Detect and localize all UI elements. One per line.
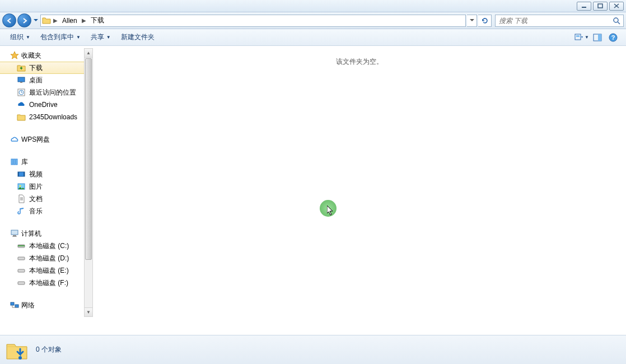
favorites-label: 收藏夹: [21, 51, 41, 60]
close-button[interactable]: [609, 2, 624, 11]
newfolder-button[interactable]: 新建文件夹: [116, 31, 159, 44]
drive-icon: [17, 241, 26, 250]
computer-header[interactable]: 计算机: [0, 227, 84, 240]
sidebar-item-pictures[interactable]: 图片: [0, 180, 84, 193]
statusbar: 0 个对象: [0, 335, 626, 364]
cursor-highlight: [320, 200, 337, 217]
document-icon: [17, 194, 26, 203]
libraries-header[interactable]: 库: [0, 156, 84, 168]
share-button[interactable]: 共享▼: [86, 31, 115, 44]
star-icon: [10, 51, 19, 60]
back-button[interactable]: [2, 13, 16, 27]
chevron-icon: ▶: [82, 17, 86, 24]
toolbar: 组织▼ 包含到库中▼ 共享▼ 新建文件夹 ▼ ?: [0, 29, 626, 46]
sidebar-item-drive-d[interactable]: 本地磁盘 (D:): [0, 252, 84, 264]
breadcrumb-seg[interactable]: 下载: [88, 15, 106, 26]
navbar: ▶ Allen ▶ 下载: [0, 12, 626, 29]
computer-icon: [10, 229, 19, 238]
sidebar-item-drive-f[interactable]: 本地磁盘 (F:): [0, 277, 84, 289]
file-list-area[interactable]: 该文件夹为空。: [93, 46, 626, 335]
svg-rect-33: [18, 269, 25, 272]
status-text: 0 个对象: [36, 345, 62, 354]
drive-icon: [17, 254, 26, 263]
sidebar-item-documents[interactable]: 文档: [0, 193, 84, 205]
chevron-icon: ▶: [53, 17, 58, 24]
breadcrumb-seg[interactable]: Allen: [60, 15, 80, 26]
folder-icon: [42, 16, 51, 25]
sidebar-item-recent[interactable]: 最近访问的位置: [0, 86, 84, 99]
libraries-label: 库: [21, 157, 28, 167]
svg-point-23: [20, 185, 21, 187]
history-dropdown[interactable]: [32, 15, 39, 27]
drive-icon: [17, 266, 26, 275]
onedrive-icon: [17, 100, 26, 109]
sidebar-item-drive-e[interactable]: 本地磁盘 (E:): [0, 264, 84, 277]
search-icon[interactable]: [610, 15, 623, 26]
address-dropdown[interactable]: [467, 15, 477, 27]
organize-button[interactable]: 组织▼: [6, 31, 35, 44]
refresh-button[interactable]: [478, 15, 492, 27]
cursor-icon: [327, 206, 335, 216]
network-label: 网络: [21, 301, 35, 310]
music-icon: [17, 207, 26, 216]
sidebar-item-label: OneDrive: [29, 101, 58, 109]
sidebar-item-downloads[interactable]: 下载: [0, 62, 84, 74]
include-library-button[interactable]: 包含到库中▼: [36, 31, 85, 44]
sidebar-item-music[interactable]: 音乐: [0, 205, 84, 217]
favorites-header[interactable]: 收藏夹: [0, 49, 84, 62]
minimize-button[interactable]: [577, 2, 591, 11]
sidebar-item-desktop[interactable]: 桌面: [0, 74, 84, 86]
sidebar-item-label: 桌面: [29, 76, 43, 85]
svg-rect-20: [18, 172, 19, 176]
svg-rect-35: [11, 302, 14, 305]
sidebar-item-label: 2345Downloads: [29, 113, 77, 121]
empty-folder-label: 该文件夹为空。: [336, 58, 383, 66]
library-icon: [10, 157, 19, 166]
network-icon: [10, 301, 19, 310]
sidebar-item-drive-c[interactable]: 本地磁盘 (C:): [0, 240, 84, 252]
svg-point-39: [18, 356, 22, 360]
svg-rect-32: [18, 257, 25, 260]
titlebar: [0, 0, 626, 12]
scrollbar-thumb[interactable]: [85, 58, 92, 260]
help-button[interactable]: ?: [606, 31, 620, 44]
svg-rect-9: [598, 34, 601, 41]
sidebar-item-label: 图片: [29, 182, 43, 192]
search-input[interactable]: [496, 17, 610, 25]
svg-rect-36: [15, 305, 18, 307]
forward-button[interactable]: [17, 13, 31, 27]
sidebar-item-label: 本地磁盘 (F:): [29, 278, 68, 288]
search-box[interactable]: [495, 15, 624, 27]
svg-rect-12: [18, 77, 25, 82]
sidebar-item-label: 本地磁盘 (D:): [29, 254, 69, 263]
recent-icon: [17, 88, 26, 97]
desktop-icon: [17, 76, 26, 85]
sidebar-item-onedrive[interactable]: OneDrive: [0, 99, 84, 111]
view-button[interactable]: ▼: [574, 31, 589, 44]
sidebar-scrollbar[interactable]: ▲ ▼: [84, 46, 93, 335]
svg-line-5: [618, 22, 620, 24]
svg-rect-17: [13, 159, 15, 165]
sidebar-item-videos[interactable]: 视频: [0, 168, 84, 180]
sidebar-item-2345[interactable]: 2345Downloads: [0, 111, 84, 123]
wps-header[interactable]: WPS网盘: [0, 133, 84, 146]
svg-rect-21: [24, 172, 25, 176]
picture-icon: [17, 182, 26, 191]
preview-pane-button[interactable]: [590, 31, 605, 44]
drive-icon: [17, 278, 26, 287]
wps-label: WPS网盘: [21, 135, 50, 144]
svg-rect-13: [20, 82, 22, 83]
folder-icon: [17, 113, 26, 122]
sidebar-item-label: 文档: [29, 194, 43, 204]
svg-rect-18: [16, 159, 17, 165]
network-header[interactable]: 网络: [0, 299, 84, 311]
sidebar-item-label: 下载: [29, 63, 43, 73]
svg-text:?: ?: [611, 34, 615, 41]
svg-rect-28: [13, 235, 16, 236]
address-bar[interactable]: ▶ Allen ▶ 下载: [40, 15, 466, 27]
sidebar: 收藏夹 下载 桌面 最近访问的位置 OneDrive 2345Downloads: [0, 46, 84, 335]
cloud-icon: [10, 135, 19, 144]
svg-rect-1: [598, 4, 602, 8]
svg-point-4: [614, 18, 618, 22]
maximize-button[interactable]: [593, 2, 608, 11]
